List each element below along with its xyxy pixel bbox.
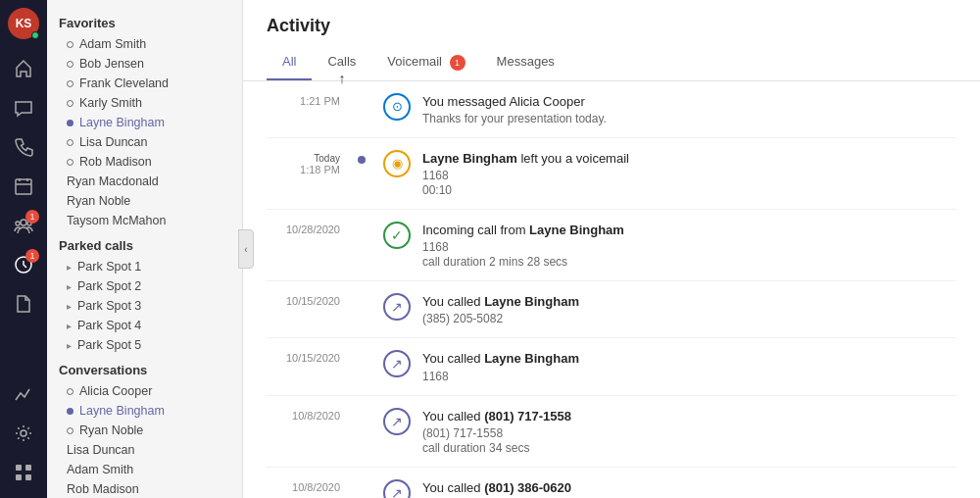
phone-icon[interactable]	[6, 129, 41, 165]
sidebar-item-bob-jensen[interactable]: Bob Jensen	[47, 54, 242, 74]
unread-dot	[358, 156, 366, 164]
parked-calls-title: Parked calls	[47, 230, 242, 257]
message-feed-icon: ⊙	[383, 93, 411, 121]
feed-sub-text: Thanks for your presentation today.	[422, 112, 956, 125]
files-icon[interactable]	[6, 286, 41, 322]
svg-rect-7	[25, 465, 31, 471]
feed-item-msg-alicia[interactable]: 1:21 PM ⊙ You messaged Alicia Cooper Tha…	[267, 81, 956, 138]
tab-messages[interactable]: Messages	[481, 46, 570, 80]
feed-main-text: Layne Bingham left you a voicemail	[422, 150, 956, 168]
sidebar-item-rob-madison[interactable]: Rob Madison	[47, 152, 242, 172]
outgoing-call-icon2: ↗	[383, 350, 411, 377]
cursor-indicator: ↑	[338, 71, 345, 86]
feed-content: You called Layne Bingham (385) 205-5082	[422, 293, 956, 325]
feed-item-incoming-1028[interactable]: 10/28/2020 ✓ Incoming call from Layne Bi…	[267, 210, 956, 281]
feed-content: You called Layne Bingham 1168	[422, 350, 956, 382]
sidebar-item-conv-adam[interactable]: Adam Smith	[47, 460, 242, 479]
groups-badge: 1	[25, 210, 39, 224]
sidebar-item-frank-cleveland[interactable]: Frank Cleveland	[47, 74, 242, 93]
presence-dot	[67, 139, 74, 146]
sidebar-item-layne-bingham[interactable]: Layne Bingham	[47, 113, 242, 132]
presence-dot	[67, 100, 74, 107]
feed-sub-text: (801) 717-1558	[422, 426, 956, 440]
sidebar-item-conv-layne[interactable]: Layne Bingham	[47, 401, 242, 421]
collapse-sidebar-button[interactable]: ‹	[238, 229, 254, 269]
sidebar: Favorites Adam Smith Bob Jensen Frank Cl…	[47, 0, 243, 498]
feed-dot-col	[352, 150, 371, 164]
presence-dot	[67, 120, 74, 126]
sidebar-item-karly-smith[interactable]: Karly Smith	[47, 93, 242, 113]
svg-rect-9	[25, 474, 31, 480]
avatar[interactable]: KS	[8, 8, 39, 39]
presence-dot	[67, 61, 74, 68]
sidebar-item-adam-smith[interactable]: Adam Smith	[47, 34, 242, 54]
presence-dot	[67, 80, 74, 87]
outgoing-call-icon: ↗	[383, 293, 411, 321]
sidebar-item-ryan-noble[interactable]: Ryan Noble	[47, 191, 242, 211]
groups-icon[interactable]: 1	[6, 208, 41, 243]
calendar-icon[interactable]	[6, 169, 41, 204]
analytics-icon[interactable]	[6, 376, 41, 412]
apps-icon[interactable]	[6, 455, 41, 490]
sidebar-item-conv-alicia[interactable]: Alicia Cooper	[47, 381, 242, 401]
home-icon[interactable]	[6, 51, 41, 86]
feed-sub-text2: call duration 2 mins 28 secs	[422, 255, 956, 269]
feed-main-text: Incoming call from Layne Bingham	[422, 222, 956, 239]
settings-icon[interactable]	[6, 416, 41, 451]
feed-sub-text2: call duration 34 secs	[422, 441, 956, 455]
sidebar-item-park-4[interactable]: ▸Park Spot 4	[47, 316, 242, 335]
svg-rect-0	[16, 179, 31, 194]
voicemail-feed-icon: ◉	[383, 150, 411, 177]
feed-item-outgoing-1015-2[interactable]: 10/15/2020 ↗ You called Layne Bingham 11…	[267, 338, 956, 395]
feed-time: 10/8/2020	[267, 479, 340, 493]
outgoing-call-icon3: ↗	[383, 408, 411, 435]
feed-item-outgoing-108-1[interactable]: 10/8/2020 ↗ You called (801) 717-1558 (8…	[267, 396, 956, 468]
feed-content: You messaged Alicia Cooper Thanks for yo…	[422, 93, 956, 125]
main-header: Activity All Calls↑ Voicemail 1 Messages	[243, 0, 980, 81]
feed-main-text: You called Layne Bingham	[422, 293, 956, 311]
tab-calls[interactable]: Calls↑	[312, 46, 371, 80]
svg-rect-6	[16, 465, 22, 471]
conversations-title: Conversations	[47, 355, 242, 381]
sidebar-item-conv-ryan[interactable]: Ryan Noble	[47, 421, 242, 440]
icon-bar: KS 1 1	[0, 0, 47, 498]
feed-sub-text: 1168	[422, 169, 956, 182]
main-panel: Activity All Calls↑ Voicemail 1 Messages…	[243, 0, 980, 498]
sidebar-item-park-2[interactable]: ▸Park Spot 2	[47, 276, 242, 296]
feed-time: 10/15/2020	[267, 293, 340, 307]
chat-icon[interactable]	[6, 90, 41, 125]
page-title: Activity	[267, 16, 956, 36]
presence-dot	[67, 427, 74, 434]
activity-icon[interactable]: 1	[6, 247, 41, 282]
feed-time: 10/15/2020	[267, 350, 340, 364]
feed-main-text: You messaged Alicia Cooper	[422, 93, 956, 111]
sidebar-item-conv-rob[interactable]: Rob Madison	[47, 479, 242, 498]
feed-sub-text: (385) 205-5082	[422, 312, 956, 325]
bottom-icons-container	[6, 376, 41, 494]
feed-main-text: You called (801) 386-0620	[422, 479, 956, 497]
sidebar-item-park-3[interactable]: ▸Park Spot 3	[47, 296, 242, 316]
feed-content: You called (801) 717-1558 (801) 717-1558…	[422, 408, 956, 455]
sidebar-item-park-1[interactable]: ▸Park Spot 1	[47, 257, 242, 276]
feed-time: 10/8/2020	[267, 408, 340, 422]
voicemail-badge: 1	[450, 55, 466, 71]
sidebar-item-ryan-macdonald[interactable]: Ryan Macdonald	[47, 172, 242, 191]
feed-sub-text: 1168	[422, 240, 956, 254]
feed-content: Incoming call from Layne Bingham 1168 ca…	[422, 222, 956, 269]
feed-item-voicemail-layne[interactable]: Today 1:18 PM ◉ Layne Bingham left you a…	[267, 138, 956, 210]
feed-time: Today 1:18 PM	[267, 150, 340, 175]
presence-dot	[67, 388, 74, 395]
svg-point-2	[16, 222, 20, 225]
tab-all[interactable]: All	[267, 46, 312, 80]
feed-item-outgoing-108-2[interactable]: 10/8/2020 ↗ You called (801) 386-0620 (8…	[267, 468, 956, 498]
feed-sub-text2: 00:10	[422, 183, 956, 197]
sidebar-item-lisa-duncan[interactable]: Lisa Duncan	[47, 132, 242, 152]
tab-voicemail[interactable]: Voicemail 1	[371, 46, 480, 80]
sidebar-item-taysom-mcmahon[interactable]: Taysom McMahon	[47, 211, 242, 230]
sidebar-item-conv-lisa[interactable]: Lisa Duncan	[47, 440, 242, 460]
sidebar-item-park-5[interactable]: ▸Park Spot 5	[47, 335, 242, 355]
feed-main-text: You called (801) 717-1558	[422, 408, 956, 425]
presence-dot	[67, 159, 74, 166]
outgoing-call-icon4: ↗	[383, 479, 411, 498]
feed-item-outgoing-1015-1[interactable]: 10/15/2020 ↗ You called Layne Bingham (3…	[267, 281, 956, 338]
